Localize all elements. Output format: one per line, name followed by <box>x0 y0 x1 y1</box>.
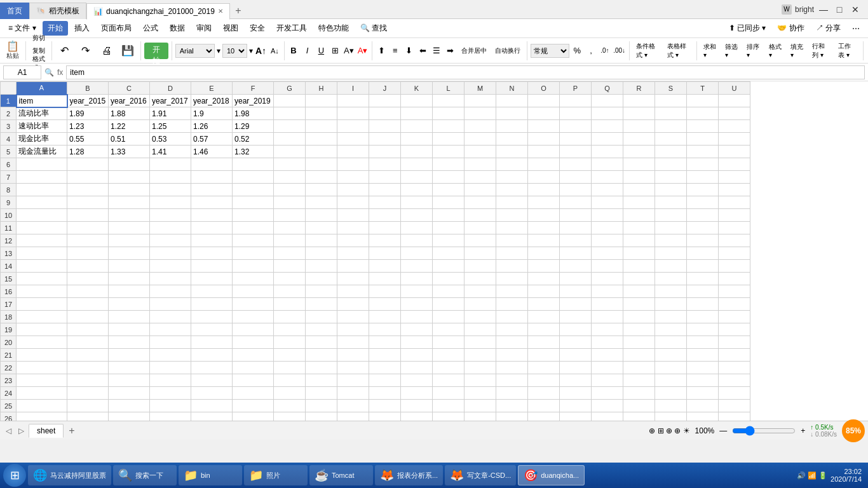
cell-M6[interactable] <box>465 158 496 171</box>
cell-P15[interactable] <box>560 273 592 285</box>
cell-I19[interactable] <box>337 323 369 336</box>
cell-P26[interactable] <box>560 412 592 421</box>
cell-K13[interactable] <box>401 247 433 260</box>
cell-U26[interactable] <box>719 412 750 421</box>
cell-P25[interactable] <box>560 400 592 412</box>
cell-K25[interactable] <box>401 400 433 412</box>
cell-I7[interactable] <box>337 171 369 184</box>
sheet-nav-left[interactable]: ◁ <box>3 425 14 437</box>
cell-R16[interactable] <box>623 285 655 298</box>
cell-O6[interactable] <box>528 158 560 171</box>
cell-R12[interactable] <box>623 234 655 247</box>
cell-U13[interactable] <box>719 247 750 260</box>
cell-D7[interactable] <box>150 171 191 184</box>
cell-D25[interactable] <box>150 400 191 412</box>
col-header-O[interactable]: O <box>528 82 560 95</box>
cell-D12[interactable] <box>150 234 191 247</box>
taskbar-browser[interactable]: 🌐 马云减持阿里股票 <box>28 465 111 485</box>
cell-E10[interactable] <box>191 209 233 222</box>
cell-N22[interactable] <box>496 362 528 374</box>
menu-collaborate[interactable]: 🤝 协作 <box>772 21 809 36</box>
zoom-minus-icon[interactable]: — <box>719 426 727 435</box>
col-header-N[interactable]: N <box>496 82 528 95</box>
cell-B16[interactable] <box>67 285 109 298</box>
cell-P2[interactable] <box>560 107 592 120</box>
row-num-12[interactable]: 12 <box>1 234 17 247</box>
formula-input[interactable] <box>66 65 865 79</box>
cell-Q21[interactable] <box>592 349 623 362</box>
cell-L2[interactable] <box>433 107 465 120</box>
merge-center-button[interactable]: 合并居中 <box>458 39 490 62</box>
bold-button[interactable]: B <box>288 43 300 58</box>
cell-F1[interactable]: year_2019 <box>233 95 274 107</box>
cell-N4[interactable] <box>496 133 528 146</box>
zoom-slider[interactable] <box>732 426 796 436</box>
cell-Q6[interactable] <box>592 158 623 171</box>
cell-A4[interactable]: 现金比率 <box>17 133 67 146</box>
col-header-J[interactable]: J <box>369 82 401 95</box>
cell-B7[interactable] <box>67 171 109 184</box>
cell-U17[interactable] <box>719 298 750 311</box>
col-header-Q[interactable]: Q <box>592 82 623 95</box>
align-top-button[interactable]: ⬆ <box>376 43 388 58</box>
cell-L18[interactable] <box>433 311 465 323</box>
cell-O15[interactable] <box>528 273 560 285</box>
cell-D21[interactable] <box>150 349 191 362</box>
save-button[interactable]: 💾 <box>118 39 137 62</box>
cell-A14[interactable] <box>17 260 67 273</box>
cell-A17[interactable] <box>17 298 67 311</box>
cell-O5[interactable] <box>528 146 560 158</box>
cell-S5[interactable] <box>655 146 687 158</box>
cell-J23[interactable] <box>369 374 401 387</box>
tab-template[interactable]: 🐚 稻壳模板 <box>29 3 86 19</box>
cell-R22[interactable] <box>623 362 655 374</box>
row-num-21[interactable]: 21 <box>1 349 17 362</box>
wrap-text-button[interactable]: 自动换行 <box>492 39 524 62</box>
cell-S13[interactable] <box>655 247 687 260</box>
cell-S16[interactable] <box>655 285 687 298</box>
row-num-25[interactable]: 25 <box>1 400 17 412</box>
cell-T9[interactable] <box>687 196 719 209</box>
row-num-10[interactable]: 10 <box>1 209 17 222</box>
cell-E22[interactable] <box>191 362 233 374</box>
cell-O22[interactable] <box>528 362 560 374</box>
cell-L19[interactable] <box>433 323 465 336</box>
paste-button[interactable]: 📋 粘贴 <box>3 39 22 62</box>
table-style-button[interactable]: 表格样式 ▾ <box>664 39 693 62</box>
cell-B4[interactable]: 0.55 <box>67 133 109 146</box>
cell-H8[interactable] <box>306 184 337 196</box>
cell-M13[interactable] <box>465 247 496 260</box>
row-num-1[interactable]: 1 <box>1 95 17 107</box>
cell-G11[interactable] <box>274 222 306 234</box>
cell-I24[interactable] <box>337 387 369 400</box>
cell-R9[interactable] <box>623 196 655 209</box>
cell-U20[interactable] <box>719 336 750 349</box>
cell-I8[interactable] <box>337 184 369 196</box>
cell-R2[interactable] <box>623 107 655 120</box>
cell-J19[interactable] <box>369 323 401 336</box>
cell-G22[interactable] <box>274 362 306 374</box>
cell-R23[interactable] <box>623 374 655 387</box>
cell-H3[interactable] <box>306 120 337 133</box>
cell-Q16[interactable] <box>592 285 623 298</box>
sort-button[interactable]: 排序 ▾ <box>743 39 763 62</box>
cell-T26[interactable] <box>687 412 719 421</box>
cell-E15[interactable] <box>191 273 233 285</box>
cell-E9[interactable] <box>191 196 233 209</box>
cell-O11[interactable] <box>528 222 560 234</box>
cell-I3[interactable] <box>337 120 369 133</box>
cell-G15[interactable] <box>274 273 306 285</box>
cell-L1[interactable] <box>433 95 465 107</box>
cell-K5[interactable] <box>401 146 433 158</box>
cell-G16[interactable] <box>274 285 306 298</box>
cell-S21[interactable] <box>655 349 687 362</box>
decimal-decrease-button[interactable]: .00↓ <box>613 43 626 58</box>
cell-B21[interactable] <box>67 349 109 362</box>
align-bottom-button[interactable]: ⬇ <box>403 43 415 58</box>
cell-N23[interactable] <box>496 374 528 387</box>
cell-D5[interactable]: 1.41 <box>150 146 191 158</box>
cell-E16[interactable] <box>191 285 233 298</box>
row-num-16[interactable]: 16 <box>1 285 17 298</box>
cell-J15[interactable] <box>369 273 401 285</box>
cell-C9[interactable] <box>109 196 150 209</box>
